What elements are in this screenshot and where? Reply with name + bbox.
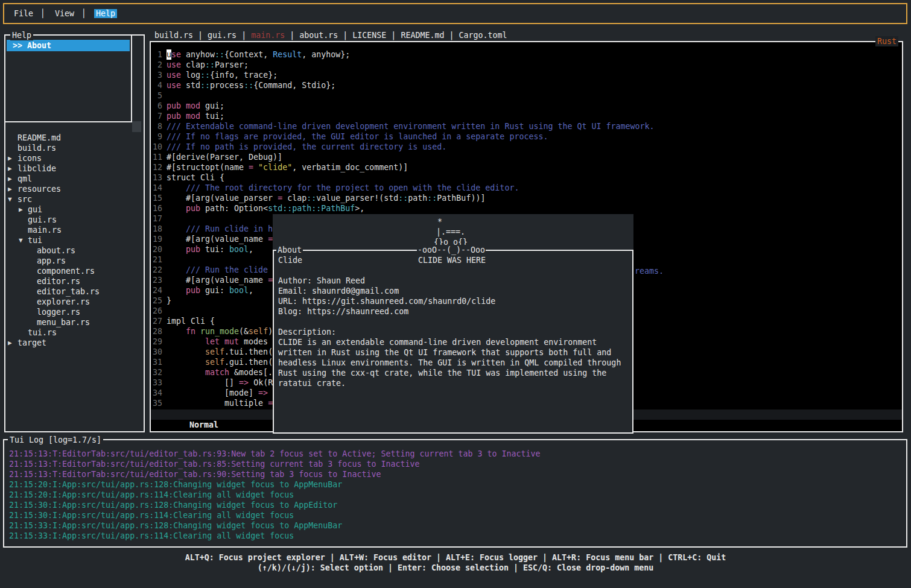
code-token: pub [167,203,205,213]
code-line-4[interactable]: 4use std::process::{Command, Stdio}; [151,80,902,90]
tree-item-libclide[interactable]: ▶libclide [5,163,142,174]
code-token: :: [244,80,253,90]
code-token: std::path::PathBuf [268,203,355,213]
tree-item-gui[interactable]: ▶gui [5,204,142,215]
line-number: 1 [151,49,162,60]
code-token: {Context, [224,49,273,60]
code-token: log [186,70,200,80]
tree-item-target[interactable]: ▶target [5,338,142,348]
dropdown-option-about[interactable]: >> About [7,40,130,51]
tree-item-explorer-rs[interactable]: explorer.rs [5,297,142,307]
tree-item-build-rs[interactable]: build.rs [5,143,142,153]
tree-item-label: tui [28,236,42,245]
code-line-5[interactable]: 5 [151,90,902,101]
line-number: 2 [151,60,162,70]
about-description-line: Rust using the cxx-qt crate, while the T… [278,368,606,378]
tree-item-logger-rs[interactable]: logger.rs [5,307,142,317]
code-line-11[interactable]: 11#[derive(Parser, Debug)] [151,152,902,162]
line-number: 35 [151,398,162,408]
code-token: "clide" [258,162,292,172]
tab-Cargo-toml[interactable]: Cargo.toml [459,31,507,40]
line-number: 28 [151,326,162,337]
code-line-3[interactable]: 3use log::{info, trace}; [151,70,902,80]
tree-item-main-rs[interactable]: main.rs [5,225,142,235]
tree-item-qml[interactable]: ▶qml [5,174,142,184]
code-line-15[interactable]: 15 #[arg(value_parser = clap::value_pars… [151,193,902,203]
log-line: 21:15:30:I:App:src/tui/app.rs:114:Cleari… [9,510,294,520]
tree-item-editor_tab-rs[interactable]: editor_tab.rs [5,286,142,297]
tab-about-rs[interactable]: about.rs [299,31,338,40]
dropdown-scrollbar-thumb[interactable] [132,121,141,132]
log-line: 21:15:13:T:EditorTab:src/tui/editor_tab.… [9,459,419,469]
code-token: pub mod [167,101,205,111]
tree-item-icons[interactable]: ▶icons [5,153,142,163]
code-token: run_mode [200,326,239,337]
code-token: Result [273,49,302,60]
tree-item-label: src [17,195,32,204]
code-token: bool [229,244,249,254]
tab-build-rs[interactable]: build.rs [154,31,193,40]
code-line-12[interactable]: 12#[structopt(name = "clide", verbatim_d… [151,162,902,172]
code-line-10[interactable]: 10/// If no path is provided, the curren… [151,142,902,152]
code-line-13[interactable]: 13struct Cli { [151,172,902,183]
tree-item-src[interactable]: ▼src [5,194,142,204]
tree-item-README-md[interactable]: README.md [5,133,142,143]
code-token: = [278,193,287,203]
tree-item-label: qml [17,174,32,183]
code-token: tui; [205,111,224,121]
code-token: :: [398,193,408,203]
tab-README-md[interactable]: README.md [401,31,444,40]
log-line: 21:15:13:T:EditorTab:src/tui/editor_tab.… [9,469,381,479]
code-line-7[interactable]: 7pub mod tui; [151,111,902,121]
chevron-right-icon: ▶ [8,163,12,174]
chevron-right-icon: ▶ [8,338,12,348]
code-line-2[interactable]: 2use clap::Parser; [151,60,902,70]
tree-item-label: app.rs [37,256,66,265]
code-token: use [167,70,186,80]
code-line-9[interactable]: 9/// If no flags are provided, the GUI e… [151,131,902,142]
about-dialog-title: About [276,245,303,255]
about-banner: CLIDE WAS HERE [418,255,486,265]
tree-item-app-rs[interactable]: app.rs [5,256,142,266]
menu-item-view[interactable]: View [53,9,76,18]
code-token: fn [167,326,200,337]
code-line-14[interactable]: 14 /// The root directory for the projec… [151,183,902,193]
code-line-16[interactable]: 16 pub path: Option<std::path::PathBuf>, [151,203,902,213]
tab-gui-rs[interactable]: gui.rs [208,31,236,40]
code-token [167,357,205,367]
code-line-8[interactable]: 8/// Extendable command-line driven deve… [151,121,902,131]
code-token: anyhow [186,49,215,60]
tree-item-menu_bar-rs[interactable]: menu_bar.rs [5,317,142,327]
chevron-down-icon: ▼ [8,194,12,204]
tree-item-tui-rs[interactable]: tui.rs [5,327,142,338]
code-line-1[interactable]: 1use anyhow::{Context, Result, anyhow}; [151,49,902,60]
tree-item-gui-rs[interactable]: gui.rs [5,215,142,225]
code-token: pub mod [167,111,205,121]
code-line-6[interactable]: 6pub mod gui; [151,101,902,111]
tab-main-rs[interactable]: main.rs [251,31,285,40]
tree-item-editor-rs[interactable]: editor.rs [5,276,142,286]
log-line: 21:15:30:I:App:src/tui/app.rs:128:Changi… [9,500,337,510]
tab-separator: | [386,31,401,40]
code-token: impl Cli { [167,316,215,326]
line-number: 7 [151,111,162,121]
tree-item-resources[interactable]: ▶resources [5,184,142,194]
tab-separator: | [193,31,208,40]
code-token: multiple [167,398,268,408]
code-token: = [268,275,273,285]
code-token: tui: [205,244,229,254]
tree-item-label: editor_tab.rs [37,287,100,296]
tab-LICENSE[interactable]: LICENSE [352,31,386,40]
chevron-right-icon: ▶ [8,174,12,184]
menu-item-file[interactable]: File [12,9,35,18]
code-token: /// Run clide in h [167,224,273,234]
tree-item-component-rs[interactable]: component.rs [5,266,142,276]
keybinding-hint-line-1: ALT+Q: Focus project explorer | ALT+W: F… [0,552,911,563]
menu-item-help[interactable]: Help [94,9,117,18]
tree-item-tui[interactable]: ▼tui [5,235,142,245]
about-description-line: CLIDE is an extendable command-line driv… [278,337,597,347]
code-token: pub [167,244,205,254]
line-number: 18 [151,224,162,234]
tree-item-about-rs[interactable]: about.rs [5,245,142,256]
line-number: 6 [151,101,162,111]
